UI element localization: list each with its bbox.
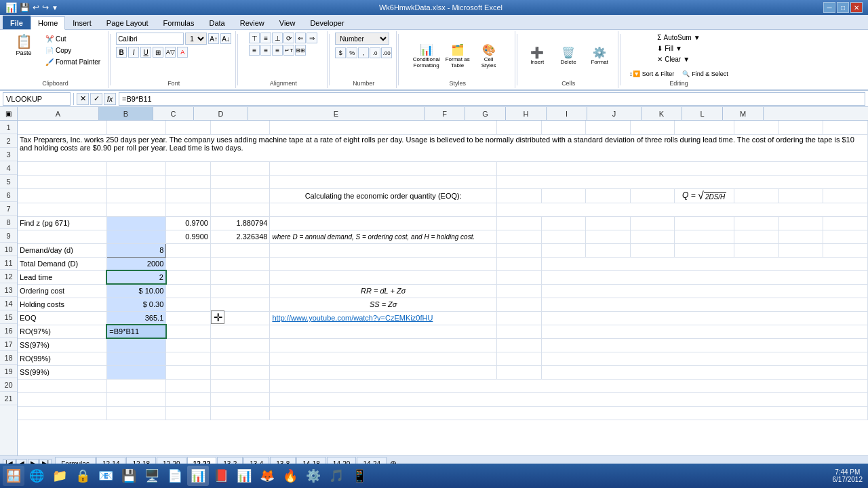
row-header-11[interactable]: 11: [0, 256, 17, 270]
insert-function-button[interactable]: fx: [104, 93, 116, 105]
cell-c9[interactable]: [166, 243, 211, 257]
cell-e9[interactable]: [270, 243, 497, 257]
cell-d3[interactable]: [210, 161, 270, 175]
cell-c14[interactable]: [166, 311, 211, 325]
cell-d21[interactable]: [210, 406, 270, 420]
cell-f17[interactable]: [496, 352, 541, 365]
cell-d12[interactable]: [210, 284, 270, 298]
taskbar-explorer-button[interactable]: 📁: [49, 466, 71, 486]
cell-b6[interactable]: [106, 203, 166, 216]
taskbar-security-button[interactable]: 🔥: [279, 466, 301, 486]
quick-access-save[interactable]: 💾: [20, 3, 30, 12]
cell-f9[interactable]: [496, 243, 541, 257]
col-header-c[interactable]: C: [153, 107, 194, 120]
cell-f7[interactable]: [496, 216, 541, 230]
align-top-button[interactable]: ⊤: [249, 33, 260, 43]
cell-e16[interactable]: [270, 338, 497, 352]
cell-k9[interactable]: [734, 243, 778, 257]
cell-l7[interactable]: [778, 216, 823, 230]
cell-g11[interactable]: [541, 270, 867, 284]
cell-styles-button[interactable]: 🎨 Cell Styles: [475, 41, 503, 70]
cell-e12[interactable]: RR = dL + Zσ: [270, 284, 497, 298]
cell-f12[interactable]: [496, 284, 541, 298]
cell-k7[interactable]: [734, 216, 778, 230]
cell-c1[interactable]: [166, 121, 211, 134]
cell-a2[interactable]: Tax Preparers, Inc. works 250 days per y…: [18, 134, 868, 161]
cell-b5[interactable]: [106, 188, 166, 203]
tab-insert[interactable]: Insert: [65, 16, 99, 29]
col-header-l[interactable]: L: [682, 107, 723, 120]
decimal-decrease-button[interactable]: .00: [381, 47, 392, 58]
indent-increase-button[interactable]: ⇒: [307, 33, 317, 43]
tab-page-layout[interactable]: Page Layout: [99, 16, 156, 29]
tab-file[interactable]: File: [3, 16, 31, 29]
taskbar-firefox-button[interactable]: 🦊: [256, 466, 278, 486]
tab-developer[interactable]: Developer: [302, 16, 351, 29]
cell-c12[interactable]: [166, 284, 211, 298]
cell-b16[interactable]: [106, 338, 166, 352]
cell-d14[interactable]: [210, 311, 270, 325]
cell-l1[interactable]: [778, 121, 823, 134]
cell-m5[interactable]: [823, 188, 868, 203]
cell-j8[interactable]: [675, 230, 734, 243]
increase-font-button[interactable]: A↑: [208, 33, 219, 44]
cell-a3[interactable]: [18, 161, 106, 175]
cell-d19[interactable]: [210, 379, 270, 392]
row-header-4[interactable]: 4: [0, 161, 17, 175]
cell-c15[interactable]: [166, 325, 211, 338]
cell-e20[interactable]: [270, 392, 868, 406]
decimal-increase-button[interactable]: .0: [370, 47, 380, 58]
cell-h5[interactable]: [586, 188, 631, 203]
format-painter-button[interactable]: 🖌️ Format Painter: [42, 57, 104, 67]
cell-d15[interactable]: [210, 325, 270, 338]
cut-button[interactable]: ✂️ Cut: [42, 34, 104, 44]
cell-i9[interactable]: [630, 243, 675, 257]
cell-j9[interactable]: [675, 243, 734, 257]
cell-a12[interactable]: Ordering cost: [18, 284, 106, 298]
row-header-10[interactable]: 10: [0, 243, 17, 256]
cell-f5[interactable]: [496, 188, 541, 203]
taskbar-email-button[interactable]: 📧: [95, 466, 117, 486]
cell-g8[interactable]: [541, 230, 586, 243]
cell-a20[interactable]: [18, 392, 106, 406]
conditional-formatting-button[interactable]: 📊 Conditional Formatting: [412, 41, 441, 70]
cell-d8[interactable]: 2.326348: [210, 230, 270, 243]
cell-b11[interactable]: 2: [106, 270, 166, 284]
row-header-1[interactable]: 1: [0, 121, 17, 134]
col-header-e[interactable]: E: [248, 107, 425, 120]
decrease-font-button[interactable]: A↓: [220, 33, 231, 44]
cell-b18[interactable]: [106, 365, 166, 379]
cell-i8[interactable]: [630, 230, 675, 243]
italic-button[interactable]: I: [128, 47, 139, 58]
cell-k1[interactable]: [734, 121, 778, 134]
cell-e21[interactable]: [270, 406, 868, 420]
cell-f3[interactable]: [496, 161, 867, 175]
align-left-button[interactable]: ≡: [249, 45, 260, 56]
indent-decrease-button[interactable]: ⇐: [295, 33, 306, 43]
taskbar-word-button[interactable]: 📄: [164, 466, 186, 486]
cell-e4[interactable]: [270, 175, 497, 188]
row-header-2[interactable]: 2: [0, 134, 17, 148]
cell-e13[interactable]: SS = Zσ: [270, 298, 497, 311]
cell-e15[interactable]: [270, 325, 497, 338]
tab-home[interactable]: Home: [31, 16, 65, 30]
align-center-button[interactable]: ≡: [260, 45, 271, 56]
row-header-9[interactable]: 9: [0, 229, 17, 243]
taskbar-gear-button[interactable]: ⚙️: [302, 466, 324, 486]
col-header-g[interactable]: G: [465, 107, 506, 120]
row-header-6[interactable]: 6: [0, 188, 17, 202]
taskbar-lock-button[interactable]: 🔒: [72, 466, 94, 486]
sort-filter-button[interactable]: ↕🔽 Sort & Filter: [626, 69, 677, 79]
comma-button[interactable]: ,: [358, 47, 369, 58]
cell-i5[interactable]: [630, 188, 675, 203]
currency-button[interactable]: $: [335, 47, 346, 58]
cell-g13[interactable]: [541, 298, 867, 311]
percent-button[interactable]: %: [347, 47, 357, 58]
cell-a4[interactable]: [18, 175, 106, 188]
cell-f11[interactable]: [496, 270, 541, 284]
confirm-formula-button[interactable]: ✓: [90, 93, 102, 105]
cell-m8[interactable]: [823, 230, 868, 243]
cell-b10[interactable]: 2000: [106, 257, 166, 270]
border-button[interactable]: ⊞: [153, 47, 163, 58]
fill-button[interactable]: ⬇ Fill ▼: [654, 43, 686, 54]
